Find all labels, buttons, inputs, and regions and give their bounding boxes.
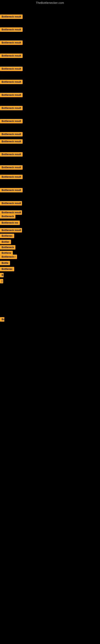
bottleneck-result-item[interactable]: Bottleneck res	[0, 220, 20, 226]
bottleneck-badge: Bottleneck result	[0, 106, 23, 110]
bottleneck-result-item[interactable]: Bottleneck result	[0, 228, 22, 233]
bottleneck-result-item[interactable]: Bottleneck result	[0, 66, 23, 72]
bottleneck-badge: Bo	[0, 317, 4, 322]
bottleneck-badge: Bottleneck result	[0, 54, 23, 58]
bottleneck-result-item[interactable]: Bottleneck result	[0, 54, 23, 59]
bottleneck-badge: B	[0, 273, 3, 277]
bottleneck-result-item[interactable]: Bottleneck result	[0, 80, 23, 85]
bottleneck-badge: Bottleneck result	[0, 80, 23, 84]
bottleneck-result-item[interactable]: Bottlenec	[0, 267, 14, 272]
bottleneck-badge: Bottleneck result	[0, 228, 22, 232]
bottleneck-result-item[interactable]: Bottleneck	[0, 245, 15, 250]
bottleneck-result-item[interactable]: Bottleneck result	[0, 27, 23, 32]
bottleneck-result-item[interactable]: Bottleneck result	[0, 201, 22, 206]
bottleneck-result-item[interactable]: Bottleneck result	[0, 165, 23, 170]
bottleneck-result-item[interactable]: Bottleneck result	[0, 139, 23, 144]
bottleneck-result-item[interactable]: Bottleneck result	[0, 106, 23, 111]
bottleneck-result-item[interactable]: Bottler	[0, 240, 11, 245]
bottleneck-badge: Bottleneck r	[0, 254, 17, 259]
bottleneck-badge: Bottlenec	[0, 267, 14, 271]
bottleneck-badge: Bottleneck result	[0, 165, 23, 170]
bottleneck-badge: Bottleneck result	[0, 188, 23, 192]
bottleneck-badge: Bottleneck	[0, 245, 15, 250]
bottleneck-result-item[interactable]: Bottleneck result	[0, 132, 23, 137]
bottleneck-badge: Bottleneck result	[0, 139, 23, 144]
bottleneck-badge: Bottleneck res	[0, 220, 20, 225]
bottleneck-result-item[interactable]: Bottleneck	[0, 214, 15, 219]
bottleneck-badge: Bottle	[0, 261, 10, 265]
bottleneck-badge: Bottleneck result	[0, 27, 23, 32]
bottleneck-result-item[interactable]: Bottleneck result	[0, 175, 23, 180]
bottleneck-badge: Bottleneck result	[0, 152, 23, 156]
site-title: TheBottlenecker.com	[0, 0, 100, 5]
bottleneck-badge: Bottleneck result	[0, 93, 23, 97]
bottleneck-result-item[interactable]: Bo	[0, 317, 4, 322]
bottleneck-result-item[interactable]: Bottleneck result	[0, 152, 23, 158]
bottleneck-result-item[interactable]: Bottlenec	[0, 234, 14, 239]
bottleneck-badge: Bottleneck result	[0, 66, 23, 71]
bottleneck-badge: Bottleneck result	[0, 40, 23, 45]
bottleneck-badge: |	[0, 279, 3, 283]
bottleneck-badge: Bottleneck result	[0, 201, 22, 206]
bottleneck-badge: Bottleneck result	[0, 175, 23, 179]
bottleneck-badge: Bottlenec	[0, 234, 14, 238]
bottleneck-result-item[interactable]: Bottleneck result	[0, 188, 23, 193]
bottleneck-result-item[interactable]: |	[0, 279, 3, 284]
bottleneck-badge: Bottleneck result	[0, 14, 23, 19]
bottleneck-badge: Bottleneck	[0, 214, 15, 218]
bottleneck-result-item[interactable]: B	[0, 273, 3, 278]
bottleneck-result-item[interactable]: Bottleneck r	[0, 254, 17, 260]
bottleneck-result-item[interactable]: Bottleneck result	[0, 119, 23, 124]
bottleneck-result-item[interactable]: Bottleneck result	[0, 93, 23, 98]
bottleneck-result-item[interactable]: Bottle	[0, 261, 10, 266]
bottleneck-badge: Bottleneck result	[0, 119, 23, 123]
bottleneck-badge: Bottleneck result	[0, 132, 23, 136]
bottleneck-result-item[interactable]: Bottleneck result	[0, 14, 23, 20]
bottleneck-badge: Bottler	[0, 240, 11, 244]
bottleneck-result-item[interactable]: Bottleneck result	[0, 40, 23, 46]
